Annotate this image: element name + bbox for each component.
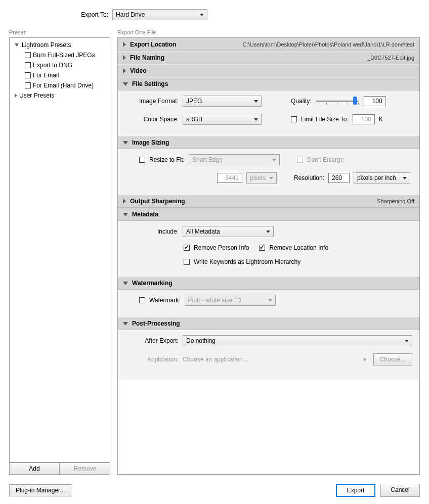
chevron-down-icon [123, 282, 128, 285]
preset-group-lightroom[interactable]: Lightroom Presets [10, 40, 110, 50]
quality-slider-wrap [316, 96, 386, 106]
preset-buttons: Add Remove [9, 463, 110, 475]
color-space-select[interactable]: sRGB [183, 114, 262, 125]
resolution-label: Resolution: [294, 174, 324, 181]
chevron-down-icon [254, 118, 258, 121]
after-export-select[interactable]: Do nothing [183, 335, 412, 346]
remove-person-label: Remove Person Info [194, 244, 249, 251]
chevron-down-icon [405, 340, 409, 342]
resolution-input[interactable] [328, 173, 350, 183]
choose-application-button[interactable]: Choose... [373, 353, 412, 365]
section-post-processing[interactable]: Post-Processing [118, 317, 419, 330]
export-column-label: Export One File [117, 29, 420, 35]
chevron-right-icon [123, 199, 126, 204]
quality-slider[interactable] [316, 97, 359, 106]
slider-thumb-icon[interactable] [353, 97, 357, 105]
section-file-settings[interactable]: File Settings [118, 77, 419, 90]
limit-filesize-label: Limit File Size To: [301, 116, 349, 123]
resize-to-fit-checkbox[interactable] [139, 157, 145, 163]
watermark-select[interactable]: Piotr - white size 10 [185, 295, 276, 306]
chevron-right-icon [123, 68, 126, 73]
image-format-select[interactable]: JPEG [183, 96, 262, 107]
limit-filesize-input[interactable] [353, 114, 375, 124]
export-button[interactable]: Export [336, 484, 375, 497]
preset-listbox[interactable]: Lightroom Presets Burn Full-Sized JPEGs … [9, 37, 110, 463]
chevron-down-icon [254, 100, 258, 103]
export-panel: Export Location C:\Users\torri\Desktop\P… [117, 37, 420, 475]
dropdown-caret-icon: ▾ [363, 356, 366, 363]
main-area: Preset: Lightroom Presets Burn Full-Size… [9, 29, 420, 475]
checkbox-icon[interactable] [25, 72, 31, 78]
watermarking-body: Watermark: Piotr - white size 10 [118, 290, 419, 317]
export-location-path: C:\Users\torri\Desktop\Pioter\Photos\Pol… [243, 41, 414, 48]
chevron-right-icon [123, 42, 126, 47]
image-sizing-body: Resize to Fit: Short Edge Don't Enlarge [118, 149, 419, 195]
quality-label: Quality: [291, 98, 312, 105]
preset-group-user[interactable]: User Presets [10, 90, 110, 101]
chevron-down-icon [403, 177, 407, 179]
dont-enlarge-label: Don't Enlarge [307, 156, 344, 163]
image-format-label: Image Format: [125, 98, 179, 105]
chevron-right-icon [15, 94, 17, 98]
resize-dimension-select[interactable]: Short Edge [189, 154, 280, 165]
chevron-down-icon [200, 14, 204, 16]
section-metadata[interactable]: Metadata [118, 208, 419, 221]
keywords-hierarchy-checkbox[interactable] [184, 259, 190, 265]
metadata-body: Include: All Metadata Remove Person Info [118, 221, 419, 277]
application-value: Choose an application... [183, 356, 359, 363]
dimension-unit-select[interactable]: pixels [246, 172, 277, 184]
section-video[interactable]: Video [118, 64, 419, 77]
limit-filesize-checkbox[interactable] [291, 116, 297, 122]
file-settings-body: Image Format: JPEG Quality: [118, 90, 419, 136]
preset-burn-jpegs[interactable]: Burn Full-Sized JPEGs [10, 50, 110, 60]
chevron-down-icon [272, 159, 276, 161]
section-image-sizing[interactable]: Image Sizing [118, 136, 419, 149]
cancel-button[interactable]: Cancel [380, 484, 420, 497]
watermark-label: Watermark: [149, 297, 181, 304]
dont-enlarge-checkbox[interactable] [297, 157, 303, 163]
application-label: Application: [125, 356, 179, 363]
chevron-down-icon [123, 141, 128, 145]
checkbox-icon[interactable] [25, 52, 31, 58]
plugin-manager-button[interactable]: Plug-in Manager... [9, 484, 71, 496]
include-label: Include: [125, 228, 179, 235]
export-dialog: Export To: Hard Drive Preset: Lightroom … [0, 0, 429, 504]
chevron-down-icon [269, 177, 273, 179]
remove-preset-button[interactable]: Remove [60, 463, 110, 475]
keywords-hierarchy-label: Write Keywords as Lightroom Hierarchy [194, 258, 301, 265]
checkbox-icon[interactable] [25, 82, 31, 88]
export-panel-scroll[interactable]: Export Location C:\Users\torri\Desktop\P… [118, 38, 419, 474]
watermark-checkbox[interactable] [139, 297, 145, 303]
after-export-label: After Export: [125, 337, 179, 344]
checkbox-icon[interactable] [25, 62, 31, 68]
resize-to-fit-label: Resize to Fit: [149, 156, 185, 163]
remove-person-checkbox[interactable] [184, 245, 190, 251]
preset-column-label: Preset: [9, 29, 110, 35]
chevron-right-icon [123, 55, 126, 60]
preset-column: Preset: Lightroom Presets Burn Full-Size… [9, 29, 110, 475]
preset-export-dng[interactable]: Export to DNG [10, 60, 110, 70]
dialog-footer: Plug-in Manager... Export Cancel [9, 484, 420, 497]
chevron-down-icon [15, 43, 19, 47]
topbar: Export To: Hard Drive [9, 9, 420, 20]
preset-for-email[interactable]: For Email [10, 70, 110, 80]
chevron-down-icon [123, 213, 128, 216]
chevron-down-icon [123, 82, 128, 86]
remove-location-checkbox[interactable] [259, 245, 265, 251]
include-select[interactable]: All Metadata [183, 226, 274, 237]
file-naming-value: _D0C7527-Edit.jpg [367, 55, 414, 61]
quality-input[interactable] [364, 96, 386, 106]
resolution-unit-select[interactable]: pixels per inch [354, 172, 410, 184]
sharpening-status: Sharpening Off [377, 198, 414, 204]
export-column: Export One File Export Location C:\Users… [117, 29, 420, 475]
chevron-down-icon [268, 299, 272, 302]
remove-location-label: Remove Location Info [269, 244, 328, 251]
preset-for-email-hd[interactable]: For Email (Hard Drive) [10, 80, 110, 90]
section-watermarking[interactable]: Watermarking [118, 277, 419, 290]
section-output-sharpening[interactable]: Output Sharpening Sharpening Off [118, 195, 419, 208]
export-to-select[interactable]: Hard Drive [112, 9, 207, 20]
section-file-naming[interactable]: File Naming _D0C7527-Edit.jpg [118, 51, 419, 64]
add-preset-button[interactable]: Add [9, 463, 60, 475]
dimension-input[interactable] [217, 173, 242, 183]
section-export-location[interactable]: Export Location C:\Users\torri\Desktop\P… [118, 38, 419, 51]
